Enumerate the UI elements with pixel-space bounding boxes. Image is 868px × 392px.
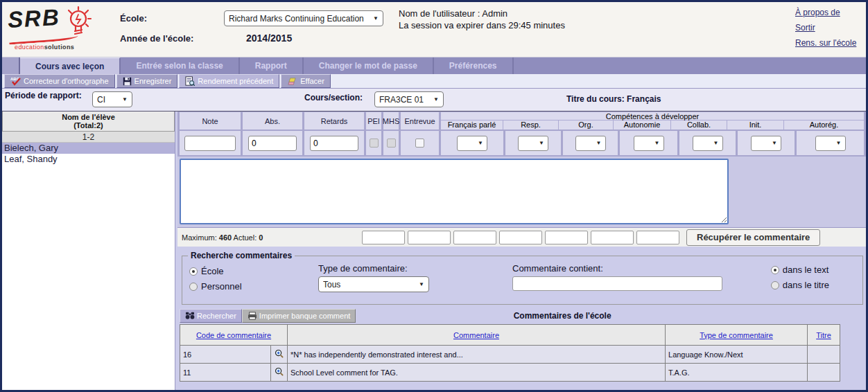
student-roster-panel: Nom de l'élève (Total:2) 1-2 Bielech, Ga…: [2, 112, 175, 390]
header: SRB educationsolutions École: Richard Ma…: [2, 2, 866, 57]
comment-code-input[interactable]: [545, 231, 588, 244]
tab-cours-avec-lecon[interactable]: Cours avec leçon: [20, 57, 121, 74]
lates-input[interactable]: [310, 136, 358, 151]
where-radio-text[interactable]: dans le text: [771, 265, 829, 275]
init-select[interactable]: ▼: [751, 136, 781, 151]
view-comment-button[interactable]: [271, 364, 288, 382]
about-link[interactable]: À propos de: [795, 8, 859, 18]
session-info: Nom de l'utilisateur : Admin La session …: [399, 8, 795, 31]
magnifier-zoom-icon: [275, 349, 284, 358]
grade-input-row: ▼ ▼ ▼ ▼ ▼ ▼ ▼: [180, 131, 864, 155]
type-cell: Language Know./Next: [666, 346, 808, 364]
col-pei: PEI: [366, 112, 381, 130]
entrevue-checkbox[interactable]: [415, 139, 424, 148]
col-resp: Resp.: [503, 121, 559, 130]
view-comment-button[interactable]: [271, 346, 288, 364]
comment-cell: School Level comment for TAG.: [288, 364, 666, 382]
srb-logo: SRB educationsolutions: [8, 6, 112, 51]
magnifier-zoom-icon: [275, 367, 284, 376]
school-info-link[interactable]: Rens. sur l'école: [795, 38, 859, 48]
school-year-label: Année de l'école:: [120, 33, 224, 44]
comment-code-input[interactable]: [408, 231, 451, 244]
chevron-down-icon: ▼: [373, 15, 379, 21]
toolbar: ABC Correcteur d'orthographe Enregistrer…: [2, 74, 866, 89]
comment-code-input[interactable]: [591, 231, 634, 244]
chevron-down-icon: ▼: [419, 281, 424, 287]
grade-header-row: Note Abs. Retards PEI MHS Entrevue Compé…: [180, 112, 864, 130]
where-radio-titre[interactable]: dans le titre: [771, 280, 829, 290]
chevron-down-icon: ▼: [539, 140, 544, 146]
chevron-down-icon: ▼: [596, 140, 602, 146]
results-header-row: Code de commentaire Commentaire Type de …: [180, 325, 840, 346]
search-comments-button[interactable]: Rechercher: [180, 309, 242, 323]
main-area: Note Abs. Retards PEI MHS Entrevue Compé…: [177, 112, 866, 390]
comment-textarea[interactable]: [180, 159, 729, 224]
comment-meta-bar: Maximum: 460 Actuel: 0 Récupérer le comm…: [177, 227, 866, 247]
student-row-bielech[interactable]: Bielech, Gary: [2, 143, 175, 154]
clear-button[interactable]: Effacer: [281, 74, 331, 88]
collab-select[interactable]: ▼: [693, 136, 723, 151]
type-cell: T.A.G.: [666, 364, 808, 382]
note-input[interactable]: [184, 136, 236, 151]
chevron-down-icon: ▼: [433, 96, 439, 103]
col-abs: Abs.: [243, 112, 302, 130]
code-cell: 16: [180, 346, 271, 364]
save-button[interactable]: Enregistrer: [116, 74, 178, 88]
student-row-leaf[interactable]: Leaf, Shandy: [2, 154, 175, 165]
user-name-line: Nom de l'utilisateur : Admin: [399, 8, 795, 19]
eraser-icon: [287, 77, 297, 86]
report-period-select[interactable]: CI ▼: [92, 91, 132, 107]
comment-contains-input[interactable]: [512, 276, 722, 291]
comment-type-select[interactable]: Tous ▼: [318, 276, 429, 292]
print-comment-bank-button[interactable]: Imprimer banque comment: [242, 309, 356, 323]
comment-code-input[interactable]: [362, 231, 405, 244]
chevron-down-icon: ▼: [836, 140, 842, 146]
resp-select[interactable]: ▼: [518, 136, 548, 151]
chevron-down-icon: ▼: [654, 140, 660, 146]
previous-achievement-button[interactable]: Rendement précédent: [179, 74, 279, 88]
filter-row: Période de rapport: CI ▼ Cours/section: …: [2, 89, 866, 112]
roster-header: Nom de l'élève (Total:2): [2, 112, 175, 132]
tab-entree-selon-classe[interactable]: Entrée selon la classe: [121, 57, 239, 74]
autonomie-select[interactable]: ▼: [634, 136, 664, 151]
sort-comment-header: Commentaire: [288, 325, 666, 346]
sort-type-header: Type de commentaire: [666, 325, 808, 346]
col-collab: Collab.: [671, 121, 727, 130]
logout-link[interactable]: Sortir: [795, 23, 859, 33]
comment-search-section: Recherche commentaires École Personnel: [182, 251, 863, 305]
comment-code-input[interactable]: [453, 231, 496, 244]
school-select[interactable]: Richard Marks Continuing Education ▼: [224, 10, 383, 26]
comment-code-input[interactable]: [636, 231, 679, 244]
col-mhs: MHS: [383, 112, 399, 130]
comment-cell: *N* has independently demonstrated inter…: [288, 346, 666, 364]
comment-code-input[interactable]: [499, 231, 542, 244]
org-select[interactable]: ▼: [575, 136, 606, 151]
school-label: École:: [120, 13, 224, 24]
col-autoreg: Autorég.: [784, 121, 864, 130]
chevron-down-icon: ▼: [713, 140, 719, 146]
tab-rapport[interactable]: Rapport: [240, 57, 304, 74]
scope-radio-personnel[interactable]: Personnel: [189, 281, 318, 292]
chevron-down-icon: ▼: [122, 96, 128, 103]
roster-range[interactable]: 1-2: [2, 132, 175, 143]
table-row: 11 School Level comment for TAG. T.A.G.: [180, 364, 840, 382]
course-section-select[interactable]: FRA3CE 01 ▼: [374, 91, 444, 107]
app-window: SRB educationsolutions École: Richard Ma…: [0, 0, 868, 392]
col-init: Init.: [727, 121, 784, 130]
scope-radio-ecole[interactable]: École: [189, 266, 318, 276]
absences-input[interactable]: [248, 136, 297, 151]
retrieve-comment-button[interactable]: Récupérer le commentaire: [686, 229, 820, 246]
spellcheck-button[interactable]: ABC Correcteur d'orthographe: [4, 74, 115, 88]
autoreg-select[interactable]: ▼: [815, 136, 846, 151]
tab-changer-mot-de-passe[interactable]: Changer le mot de passe: [304, 57, 434, 74]
tab-bar: Cours avec leçon Entrée selon la classe …: [2, 57, 866, 74]
comment-search-legend: Recherche commentaires: [188, 251, 295, 260]
radio-on-icon: [771, 266, 779, 274]
tab-preferences[interactable]: Préférences: [434, 57, 514, 74]
comment-area: [177, 157, 866, 227]
tab-spacer: [2, 57, 20, 74]
comment-type-group: Type de commentaire: Tous ▼: [318, 263, 512, 296]
francais-parle-select[interactable]: ▼: [457, 136, 487, 151]
code-cell: 11: [180, 364, 271, 382]
scope-radio-group: École Personnel: [186, 263, 318, 296]
